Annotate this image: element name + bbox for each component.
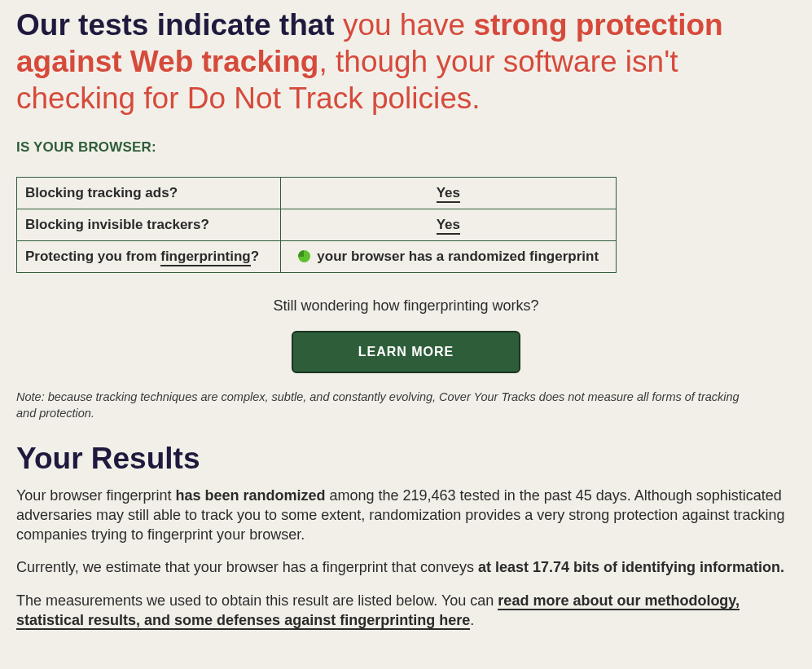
fingerprint-value-text: your browser has a randomized fingerprin… bbox=[317, 249, 599, 264]
fingerprint-label-prefix: Protecting you from bbox=[25, 249, 160, 264]
fingerprinting-prompt: Still wondering how fingerprinting works… bbox=[16, 297, 796, 315]
headline: Our tests indicate that you have strong … bbox=[16, 7, 796, 117]
learn-more-button[interactable]: LEARN MORE bbox=[292, 331, 521, 373]
p2-bold: at least 17.74 bits of identifying infor… bbox=[478, 559, 784, 575]
results-paragraph-3: The measurements we used to obtain this … bbox=[16, 591, 790, 631]
row-value: Yes bbox=[280, 209, 616, 241]
headline-red-plain-1: you have bbox=[343, 8, 473, 42]
p3-b: . bbox=[470, 612, 474, 628]
status-dot-icon bbox=[298, 250, 310, 262]
headline-lead: Our tests indicate that bbox=[16, 8, 343, 42]
row-value-text: Yes bbox=[437, 217, 460, 235]
results-paragraph-1: Your browser fingerprint has been random… bbox=[16, 486, 790, 545]
browser-summary-table: Blocking tracking ads? Yes Blocking invi… bbox=[16, 177, 617, 273]
table-row: Blocking tracking ads? Yes bbox=[17, 178, 617, 209]
row-label: Blocking tracking ads? bbox=[17, 178, 281, 209]
table-row: Blocking invisible trackers? Yes bbox=[17, 209, 617, 241]
row-value: Yes bbox=[280, 178, 616, 209]
table-row-fingerprint: Protecting you from fingerprinting? your… bbox=[17, 241, 617, 273]
row-value: your browser has a randomized fingerprin… bbox=[280, 241, 616, 273]
p1-a: Your browser fingerprint bbox=[16, 487, 175, 504]
row-value-text: Yes bbox=[437, 185, 460, 203]
page-container: Our tests indicate that you have strong … bbox=[0, 0, 812, 667]
results-paragraph-2: Currently, we estimate that your browser… bbox=[16, 557, 790, 577]
p1-bold: has been randomized bbox=[175, 487, 325, 504]
p3-a: The measurements we used to obtain this … bbox=[16, 592, 498, 609]
fingerprinting-link-text: fingerprinting bbox=[160, 249, 250, 266]
results-heading: Your Results bbox=[16, 442, 796, 476]
p2-a: Currently, we estimate that your browser… bbox=[16, 559, 478, 575]
fingerprinting-link[interactable]: fingerprinting bbox=[160, 249, 250, 266]
learn-more-block: Still wondering how fingerprinting works… bbox=[16, 297, 796, 373]
browser-section-label: IS YOUR BROWSER: bbox=[16, 139, 796, 156]
fingerprint-label-suffix: ? bbox=[251, 249, 259, 264]
row-label: Protecting you from fingerprinting? bbox=[17, 241, 281, 273]
row-label: Blocking invisible trackers? bbox=[17, 209, 281, 241]
note-text: Note: because tracking techniques are co… bbox=[16, 390, 749, 421]
